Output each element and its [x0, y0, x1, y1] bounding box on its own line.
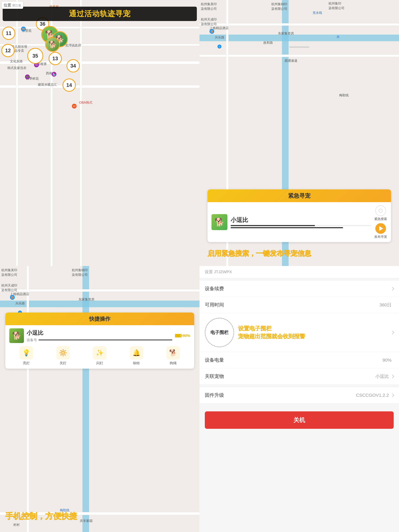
- q2-label-9: 政和路: [263, 41, 273, 45]
- q2-label-2: 染有限公司: [201, 7, 217, 11]
- marker-12: 12: [1, 44, 15, 57]
- road-v-1: [16, 0, 18, 266]
- q4-device-settings: 设置 JTJZWPX 设备续费 可用时间 360日 电子围栏 设置电子围栏 宠物…: [200, 266, 399, 532]
- power-off-button[interactable]: 关机: [205, 411, 394, 429]
- action-bell[interactable]: 🔔 响铃: [130, 346, 143, 366]
- q2-poi-hotel: 🏨: [209, 29, 214, 34]
- action-leash[interactable]: 🐕 狗绳: [166, 346, 180, 366]
- chevron-geofence: [391, 331, 394, 334]
- q3-place-4: 染有限公司: [72, 273, 88, 277]
- available-time-item: 可用时间 360日: [200, 297, 399, 313]
- action-btn-leash[interactable]: 🐕: [166, 346, 180, 360]
- firmware-item[interactable]: 固件升级 CSCCGOV1.2.2: [200, 387, 399, 403]
- q2-label-4: 染有限公司: [271, 7, 287, 11]
- emergency-pet-info: 小逗比: [231, 216, 371, 228]
- poi-3: 🌿: [25, 75, 30, 79]
- action-btn-light-off[interactable]: 🔆: [56, 346, 70, 360]
- quick-ops-body: 🐕 小逗比 设备号 90%: [5, 325, 194, 369]
- poi-4: 🏪: [52, 72, 56, 77]
- emergency-card-title: 紧急寻宠: [208, 189, 391, 202]
- q3-place-1: 杭州集美印: [1, 268, 17, 272]
- chevron-renewal: [391, 287, 394, 291]
- action-flash[interactable]: ✨ 闪灯: [93, 346, 106, 366]
- q3-road-blue-v: [82, 266, 89, 532]
- map-background-q1: 党湾综合市场 甘茶庭 东景苑 凯儿得乐母 用品专卖 文化东路 党湾镇政府 韩式良…: [0, 0, 200, 266]
- place-govt: 党湾镇政府: [65, 43, 81, 47]
- banner-title: 通过活动轨迹寻宠: [6, 9, 194, 19]
- road-h-3: [0, 27, 200, 29]
- quick-ops-title: 快捷操作: [5, 313, 194, 325]
- q3-place-5: 杭州天成印: [1, 283, 17, 288]
- road-h-q2-2: [200, 55, 399, 57]
- battery-text: 90%: [183, 334, 190, 338]
- q3-cuncun: 村村: [13, 523, 20, 527]
- road-h-q2-1: [200, 23, 399, 26]
- place-xinan: 西南: [46, 71, 52, 76]
- device-id-bar: [38, 340, 172, 340]
- marker-11: 11: [2, 27, 15, 40]
- emergency-card[interactable]: 紧急寻宠 🐕 小逗比: [208, 189, 391, 242]
- province-label: 浙江省: [12, 4, 21, 7]
- q3-qingfeng: 庆丰家园: [80, 519, 93, 523]
- device-renewal-item[interactable]: 设备续费: [200, 281, 399, 297]
- action-btn-bell[interactable]: 🔔: [130, 346, 143, 360]
- geofence-overlay-text: 设置电子围栏 宠物超出范围就会收到报警: [238, 325, 391, 340]
- place-korean: 韩式良家洗衣: [7, 66, 26, 70]
- chevron-linked-pet: [391, 374, 394, 378]
- device-battery-value: 90%: [382, 357, 392, 363]
- available-time-value: 360日: [380, 302, 392, 308]
- linked-pet-item[interactable]: 关联宠物 小逗比: [200, 368, 399, 385]
- emergency-pet-detail-bar: [231, 227, 343, 228]
- map-background-q3: 杭州集美印 染有限公司 杭州集锦印 染有限公司 杭州天成印 染有限公司 上格精品…: [0, 266, 200, 532]
- road-blue-h-1: [200, 35, 399, 41]
- quick-ops-card[interactable]: 快捷操作 🐕 小逗比 设备号: [5, 313, 194, 369]
- q3-bottom-text: 手机控制，方便快捷: [5, 511, 77, 521]
- q2-label-11: 圆通速递: [285, 58, 298, 63]
- geofence-label: 电子围栏: [210, 329, 228, 336]
- marker-pet-photo3: 🐕: [45, 37, 60, 52]
- search-circle[interactable]: [375, 205, 386, 216]
- quick-actions-grid: 💡 亮灯 🔆 关灯 ✨ 闪灯 🔔 响铃: [9, 346, 190, 366]
- quick-ops-device-row: 设备号: [27, 338, 172, 342]
- q2-label-party: 党永线: [313, 11, 322, 15]
- device-label: 设备号: [27, 338, 37, 342]
- position-label: 位置 浙江省: [2, 2, 23, 9]
- section-gap-1: [200, 278, 399, 281]
- action-btn-light-on[interactable]: 💡: [20, 346, 33, 360]
- battery-icon: [175, 334, 182, 337]
- q2-label-1: 杭州集美印: [201, 2, 217, 6]
- place-jianmiao: 建苗水暖总汇: [38, 82, 57, 87]
- q2-label-6: 染有限公司: [201, 22, 217, 26]
- q3-place-2: 染有限公司: [1, 273, 17, 277]
- place-oba: OBA韩式: [79, 101, 92, 105]
- emergency-card-body: 🐕 小逗比 紧急搜索: [208, 202, 391, 242]
- activity-banner: 通过活动轨迹寻宠: [3, 7, 197, 21]
- quick-ops-pet-name: 小逗比: [27, 329, 172, 337]
- device-panel: 设置 JTJZWPX 设备续费 可用时间 360日 电子围栏 设置电子围栏 宠物…: [200, 266, 399, 532]
- q2-label-13: 杭州集印: [329, 1, 341, 6]
- q2-label-10: 东家集资房: [278, 31, 294, 36]
- section-gap-3: [200, 403, 399, 406]
- q2-label-12: 梅勒线: [339, 93, 349, 97]
- q2-poi-2: ©: [217, 44, 222, 49]
- geofence-circle: 电子围栏: [205, 318, 234, 347]
- action-light-on[interactable]: 💡 亮灯: [20, 346, 33, 366]
- q3-place-3: 杭州集锦印: [72, 268, 88, 272]
- road-v-3: [80, 0, 82, 266]
- emergency-pet-bar: [231, 225, 371, 226]
- place-culture-road: 文化东路: [10, 59, 23, 63]
- poi-blue: 🏬: [21, 27, 26, 32]
- action-btn-flash[interactable]: ✨: [93, 346, 106, 360]
- emergency-publish-btn[interactable]: 发布寻宠: [374, 223, 387, 239]
- play-icon: [379, 226, 383, 231]
- emergency-search-btn[interactable]: 紧急搜索: [374, 205, 387, 221]
- publish-circle[interactable]: [375, 223, 386, 234]
- marker-34: 34: [66, 59, 80, 72]
- geofence-row[interactable]: 电子围栏 设置电子围栏 宠物超出范围就会收到报警: [200, 313, 399, 352]
- device-renewal-label: 设备续费: [205, 285, 391, 292]
- action-light-off[interactable]: 🔆 关灯: [56, 346, 70, 366]
- q2-label-3: 杭州集锦印: [271, 2, 287, 6]
- q3-road-v-1: [27, 266, 29, 532]
- q2-bottom-text: 启用紧急搜索，一键发布寻宠信息: [208, 249, 391, 258]
- q2-label-14: 染有限公司: [329, 6, 344, 10]
